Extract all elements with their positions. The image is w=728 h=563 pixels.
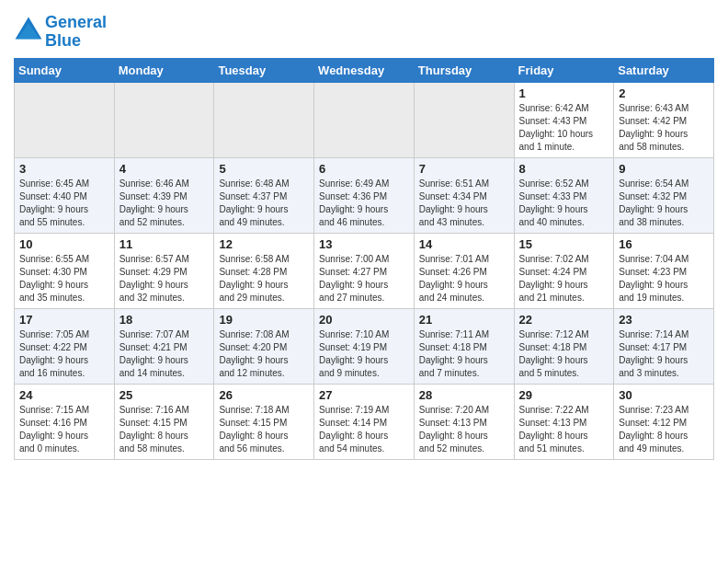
day-info: Sunrise: 6:45 AM Sunset: 4:40 PM Dayligh… — [19, 178, 109, 229]
day-number: 7 — [419, 162, 509, 176]
day-info: Sunrise: 7:18 AM Sunset: 4:15 PM Dayligh… — [219, 404, 309, 455]
calendar-day-27: 27Sunrise: 7:19 AM Sunset: 4:14 PM Dayli… — [314, 384, 415, 459]
calendar-day-26: 26Sunrise: 7:18 AM Sunset: 4:15 PM Dayli… — [214, 384, 314, 459]
day-info: Sunrise: 7:05 AM Sunset: 4:22 PM Dayligh… — [19, 328, 109, 380]
day-info: Sunrise: 7:22 AM Sunset: 4:13 PM Dayligh… — [519, 404, 609, 455]
day-info: Sunrise: 7:02 AM Sunset: 4:24 PM Dayligh… — [519, 253, 609, 304]
day-number: 24 — [19, 388, 109, 402]
day-number: 6 — [319, 162, 409, 176]
calendar-day-13: 13Sunrise: 7:00 AM Sunset: 4:27 PM Dayli… — [314, 233, 415, 308]
day-info: Sunrise: 6:49 AM Sunset: 4:36 PM Dayligh… — [319, 178, 409, 229]
day-number: 3 — [19, 162, 109, 176]
day-number: 25 — [119, 388, 210, 402]
calendar-day-25: 25Sunrise: 7:16 AM Sunset: 4:15 PM Dayli… — [114, 384, 214, 459]
calendar-day-30: 30Sunrise: 7:23 AM Sunset: 4:12 PM Dayli… — [614, 384, 714, 459]
day-number: 19 — [219, 313, 309, 327]
day-info: Sunrise: 6:43 AM Sunset: 4:42 PM Dayligh… — [619, 102, 709, 154]
day-info: Sunrise: 6:46 AM Sunset: 4:39 PM Dayligh… — [119, 178, 210, 229]
calendar-day-8: 8Sunrise: 6:52 AM Sunset: 4:33 PM Daylig… — [514, 157, 614, 233]
day-info: Sunrise: 6:42 AM Sunset: 4:43 PM Dayligh… — [519, 102, 609, 154]
day-number: 28 — [419, 388, 509, 402]
day-number: 4 — [119, 162, 210, 176]
calendar-week-row: 10Sunrise: 6:55 AM Sunset: 4:30 PM Dayli… — [15, 233, 714, 308]
weekday-header-sunday: Sunday — [15, 58, 115, 82]
weekday-header-thursday: Thursday — [414, 58, 514, 82]
calendar-day-20: 20Sunrise: 7:10 AM Sunset: 4:19 PM Dayli… — [314, 308, 415, 384]
calendar-day-5: 5Sunrise: 6:48 AM Sunset: 4:37 PM Daylig… — [214, 157, 314, 233]
calendar-day-28: 28Sunrise: 7:20 AM Sunset: 4:13 PM Dayli… — [414, 384, 514, 459]
day-number: 21 — [419, 313, 509, 327]
calendar-day-15: 15Sunrise: 7:02 AM Sunset: 4:24 PM Dayli… — [514, 233, 614, 308]
day-info: Sunrise: 7:10 AM Sunset: 4:19 PM Dayligh… — [319, 328, 409, 380]
day-number: 8 — [519, 162, 609, 176]
calendar-week-row: 24Sunrise: 7:15 AM Sunset: 4:16 PM Dayli… — [15, 384, 714, 459]
calendar-day-23: 23Sunrise: 7:14 AM Sunset: 4:17 PM Dayli… — [614, 308, 714, 384]
day-number: 22 — [519, 313, 609, 327]
day-info: Sunrise: 6:51 AM Sunset: 4:34 PM Dayligh… — [419, 178, 509, 229]
calendar-day-16: 16Sunrise: 7:04 AM Sunset: 4:23 PM Dayli… — [614, 233, 714, 308]
calendar-day-18: 18Sunrise: 7:07 AM Sunset: 4:21 PM Dayli… — [114, 308, 214, 384]
day-number: 12 — [219, 237, 309, 251]
day-number: 15 — [519, 237, 609, 251]
calendar-day-7: 7Sunrise: 6:51 AM Sunset: 4:34 PM Daylig… — [414, 157, 514, 233]
day-number: 9 — [619, 162, 709, 176]
calendar-empty-cell — [15, 82, 115, 157]
day-info: Sunrise: 7:01 AM Sunset: 4:26 PM Dayligh… — [419, 253, 509, 304]
calendar-week-row: 3Sunrise: 6:45 AM Sunset: 4:40 PM Daylig… — [15, 157, 714, 233]
day-info: Sunrise: 7:07 AM Sunset: 4:21 PM Dayligh… — [119, 328, 210, 380]
day-info: Sunrise: 7:23 AM Sunset: 4:12 PM Dayligh… — [619, 404, 709, 455]
weekday-header-monday: Monday — [114, 58, 214, 82]
calendar-day-4: 4Sunrise: 6:46 AM Sunset: 4:39 PM Daylig… — [114, 157, 214, 233]
day-info: Sunrise: 7:15 AM Sunset: 4:16 PM Dayligh… — [19, 404, 109, 455]
calendar-day-19: 19Sunrise: 7:08 AM Sunset: 4:20 PM Dayli… — [214, 308, 314, 384]
logo-general: General — [45, 13, 107, 31]
calendar-empty-cell — [214, 82, 314, 157]
day-info: Sunrise: 6:52 AM Sunset: 4:33 PM Dayligh… — [519, 178, 609, 229]
day-info: Sunrise: 6:54 AM Sunset: 4:32 PM Dayligh… — [619, 178, 709, 229]
calendar-day-1: 1Sunrise: 6:42 AM Sunset: 4:43 PM Daylig… — [514, 82, 614, 157]
day-info: Sunrise: 7:04 AM Sunset: 4:23 PM Dayligh… — [619, 253, 709, 304]
calendar-empty-cell — [114, 82, 214, 157]
calendar-day-22: 22Sunrise: 7:12 AM Sunset: 4:18 PM Dayli… — [514, 308, 614, 384]
day-number: 16 — [619, 237, 709, 251]
day-number: 10 — [19, 237, 109, 251]
calendar-day-11: 11Sunrise: 6:57 AM Sunset: 4:29 PM Dayli… — [114, 233, 214, 308]
logo-blue: Blue — [45, 31, 81, 50]
calendar-week-row: 1Sunrise: 6:42 AM Sunset: 4:43 PM Daylig… — [15, 82, 714, 157]
day-info: Sunrise: 7:12 AM Sunset: 4:18 PM Dayligh… — [519, 328, 609, 380]
logo: General Blue — [14, 14, 107, 51]
header: General Blue — [14, 9, 714, 51]
weekday-header-tuesday: Tuesday — [214, 58, 314, 82]
day-info: Sunrise: 7:00 AM Sunset: 4:27 PM Dayligh… — [319, 253, 409, 304]
day-info: Sunrise: 7:11 AM Sunset: 4:18 PM Dayligh… — [419, 328, 509, 380]
day-info: Sunrise: 7:20 AM Sunset: 4:13 PM Dayligh… — [419, 404, 509, 455]
day-number: 23 — [619, 313, 709, 327]
day-info: Sunrise: 7:16 AM Sunset: 4:15 PM Dayligh… — [119, 404, 210, 455]
day-info: Sunrise: 6:58 AM Sunset: 4:28 PM Dayligh… — [219, 253, 309, 304]
logo-icon — [14, 16, 43, 45]
calendar-day-2: 2Sunrise: 6:43 AM Sunset: 4:42 PM Daylig… — [614, 82, 714, 157]
calendar-day-14: 14Sunrise: 7:01 AM Sunset: 4:26 PM Dayli… — [414, 233, 514, 308]
day-number: 17 — [19, 313, 109, 327]
day-number: 29 — [519, 388, 609, 402]
calendar-day-17: 17Sunrise: 7:05 AM Sunset: 4:22 PM Dayli… — [15, 308, 115, 384]
weekday-header-wednesday: Wednesday — [314, 58, 415, 82]
calendar-day-10: 10Sunrise: 6:55 AM Sunset: 4:30 PM Dayli… — [15, 233, 115, 308]
day-number: 2 — [619, 86, 709, 100]
day-number: 11 — [119, 237, 210, 251]
calendar-day-12: 12Sunrise: 6:58 AM Sunset: 4:28 PM Dayli… — [214, 233, 314, 308]
calendar-empty-cell — [314, 82, 415, 157]
weekday-header-saturday: Saturday — [614, 58, 714, 82]
calendar-day-6: 6Sunrise: 6:49 AM Sunset: 4:36 PM Daylig… — [314, 157, 415, 233]
calendar-week-row: 17Sunrise: 7:05 AM Sunset: 4:22 PM Dayli… — [15, 308, 714, 384]
day-number: 18 — [119, 313, 210, 327]
calendar-day-3: 3Sunrise: 6:45 AM Sunset: 4:40 PM Daylig… — [15, 157, 115, 233]
calendar-day-21: 21Sunrise: 7:11 AM Sunset: 4:18 PM Dayli… — [414, 308, 514, 384]
weekday-header-friday: Friday — [514, 58, 614, 82]
weekday-header-row: SundayMondayTuesdayWednesdayThursdayFrid… — [15, 58, 714, 82]
logo-text: General Blue — [45, 14, 107, 51]
day-number: 26 — [219, 388, 309, 402]
day-number: 20 — [319, 313, 409, 327]
calendar-empty-cell — [414, 82, 514, 157]
day-number: 13 — [319, 237, 409, 251]
